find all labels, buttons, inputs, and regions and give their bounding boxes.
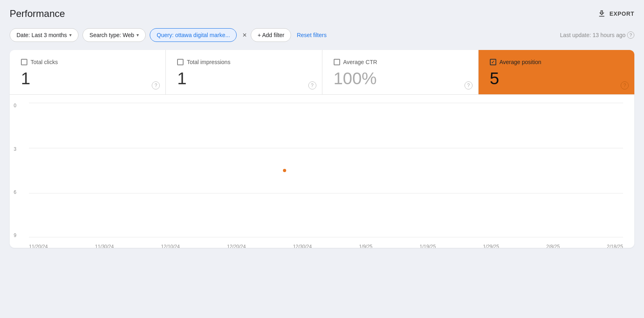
help-icon[interactable]: ? bbox=[627, 31, 634, 39]
x-label-3: 12/10/24 bbox=[161, 244, 180, 248]
x-label-1: 11/20/24 bbox=[29, 244, 48, 248]
chart-grid: 0 3 6 9 11/20/24 11/30/24 12/10/24 12 bbox=[29, 103, 623, 238]
total-clicks-value: 1 bbox=[21, 69, 154, 88]
x-label-4: 12/20/24 bbox=[227, 244, 246, 248]
total-clicks-checkbox[interactable] bbox=[21, 59, 27, 65]
y-label-0: 0 bbox=[14, 103, 17, 108]
date-filter-button[interactable]: Date: Last 3 months ▾ bbox=[10, 28, 78, 42]
header: Performance EXPORT bbox=[10, 8, 634, 19]
average-position-help-icon[interactable]: ? bbox=[621, 81, 629, 89]
x-label-2: 11/30/24 bbox=[95, 244, 114, 248]
page: Performance EXPORT Date: Last 3 months ▾… bbox=[0, 0, 644, 318]
y-label-9: 9 bbox=[14, 233, 17, 238]
chart-y-labels: 0 3 6 9 bbox=[14, 103, 17, 238]
metric-average-position[interactable]: Average position 5 ? bbox=[479, 50, 634, 94]
x-label-6: 1/9/25 bbox=[359, 244, 372, 248]
metric-total-impressions[interactable]: Total impressions 1 ? bbox=[166, 50, 322, 94]
chevron-down-icon: ▾ bbox=[69, 32, 72, 38]
average-ctr-help-icon[interactable]: ? bbox=[464, 81, 473, 89]
filters-row: Date: Last 3 months ▾ Search type: Web ▾… bbox=[10, 28, 634, 42]
metric-average-ctr[interactable]: Average CTR 100% ? bbox=[322, 50, 479, 94]
average-position-label: Average position bbox=[500, 59, 541, 65]
query-filter-button[interactable]: Query: ottawa digital marke... bbox=[150, 28, 237, 42]
y-label-6: 6 bbox=[14, 189, 17, 195]
average-ctr-label: Average CTR bbox=[343, 59, 378, 65]
chart-data-point bbox=[283, 169, 286, 172]
total-impressions-help-icon[interactable]: ? bbox=[308, 81, 316, 89]
chart-gridline-2 bbox=[29, 193, 623, 193]
export-button[interactable]: EXPORT bbox=[597, 9, 634, 18]
chart-gridline-3 bbox=[29, 237, 623, 237]
x-label-5: 12/30/24 bbox=[293, 244, 312, 248]
average-ctr-value: 100% bbox=[334, 69, 467, 88]
x-label-7: 1/19/25 bbox=[420, 244, 436, 248]
average-position-checkbox[interactable] bbox=[490, 59, 496, 65]
query-filter-close-button[interactable]: × bbox=[241, 31, 247, 39]
x-label-10: 2/18/25 bbox=[607, 244, 623, 248]
total-clicks-label: Total clicks bbox=[31, 59, 58, 65]
main-card: Total clicks 1 ? Total impressions 1 ? A… bbox=[10, 50, 634, 248]
x-label-8: 1/29/25 bbox=[483, 244, 499, 248]
average-position-value: 5 bbox=[490, 69, 623, 88]
chart-x-labels: 11/20/24 11/30/24 12/10/24 12/20/24 12/3… bbox=[29, 244, 623, 248]
last-update-text: Last update: 13 hours ago ? bbox=[560, 31, 634, 39]
total-impressions-checkbox[interactable] bbox=[177, 59, 184, 65]
chart-area: 0 3 6 9 11/20/24 11/30/24 12/10/24 12 bbox=[10, 95, 634, 248]
total-clicks-help-icon[interactable]: ? bbox=[152, 81, 160, 89]
average-ctr-checkbox[interactable] bbox=[334, 59, 340, 65]
y-label-3: 3 bbox=[14, 146, 17, 152]
add-filter-button[interactable]: + Add filter bbox=[251, 28, 291, 42]
chevron-down-icon: ▾ bbox=[136, 32, 139, 38]
chart-gridline-1 bbox=[29, 148, 623, 148]
total-impressions-value: 1 bbox=[177, 69, 310, 88]
export-icon bbox=[597, 9, 606, 18]
reset-filters-button[interactable]: Reset filters bbox=[295, 32, 328, 38]
chart-gridline-0 bbox=[29, 103, 623, 103]
x-label-9: 2/8/25 bbox=[546, 244, 559, 248]
total-impressions-label: Total impressions bbox=[187, 59, 230, 65]
metrics-row: Total clicks 1 ? Total impressions 1 ? A… bbox=[10, 50, 634, 95]
search-type-filter-button[interactable]: Search type: Web ▾ bbox=[83, 28, 146, 42]
page-title: Performance bbox=[10, 8, 65, 19]
metric-total-clicks[interactable]: Total clicks 1 ? bbox=[10, 50, 166, 94]
